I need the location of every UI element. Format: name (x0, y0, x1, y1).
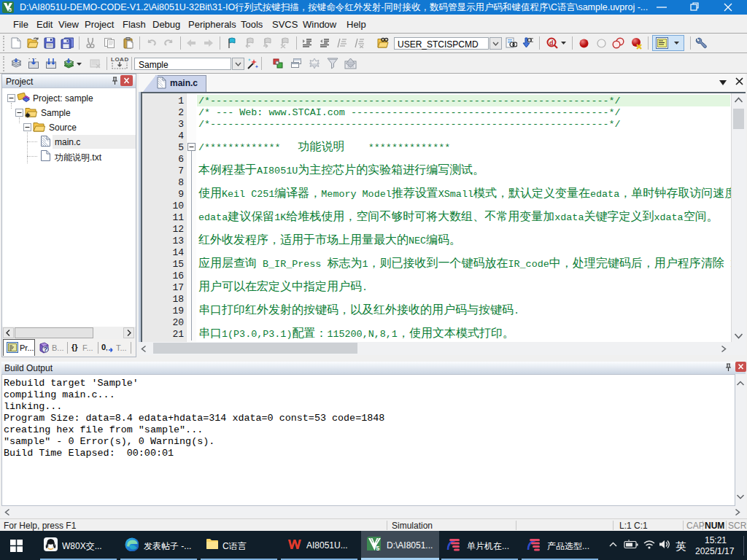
svg-text:?: ? (44, 346, 48, 353)
svg-text:5: 5 (376, 545, 380, 551)
